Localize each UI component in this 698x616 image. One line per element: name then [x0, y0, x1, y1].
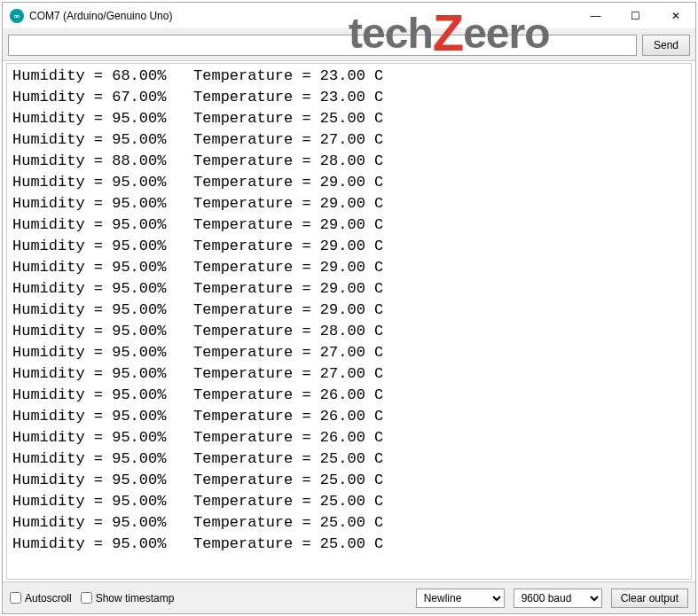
- timestamp-control[interactable]: Show timestamp: [81, 592, 175, 604]
- line-ending-select[interactable]: Newline: [416, 589, 505, 608]
- window-title: COM7 (Arduino/Genuino Uno): [29, 10, 172, 22]
- close-button[interactable]: ✕: [655, 3, 695, 28]
- autoscroll-control[interactable]: Autoscroll: [10, 592, 72, 604]
- send-toolbar: Send: [3, 29, 695, 61]
- baud-select[interactable]: 9600 baud: [514, 589, 602, 608]
- maximize-button[interactable]: ☐: [616, 3, 655, 28]
- timestamp-checkbox[interactable]: [81, 592, 92, 604]
- timestamp-label: Show timestamp: [96, 592, 175, 604]
- clear-output-button[interactable]: Clear output: [611, 589, 688, 608]
- arduino-icon: ∞: [10, 9, 24, 23]
- titlebar: ∞ COM7 (Arduino/Genuino Uno) — ☐ ✕: [3, 3, 695, 29]
- serial-input[interactable]: [8, 35, 637, 56]
- send-button[interactable]: Send: [642, 35, 690, 56]
- autoscroll-label: Autoscroll: [25, 592, 72, 604]
- minimize-button[interactable]: —: [576, 3, 616, 28]
- serial-output[interactable]: Humidity = 68.00% Temperature = 23.00 C …: [6, 63, 692, 580]
- bottom-bar: Autoscroll Show timestamp Newline 9600 b…: [3, 581, 695, 613]
- autoscroll-checkbox[interactable]: [10, 592, 21, 604]
- serial-monitor-window: ∞ COM7 (Arduino/Genuino Uno) — ☐ ✕ Send …: [2, 2, 696, 614]
